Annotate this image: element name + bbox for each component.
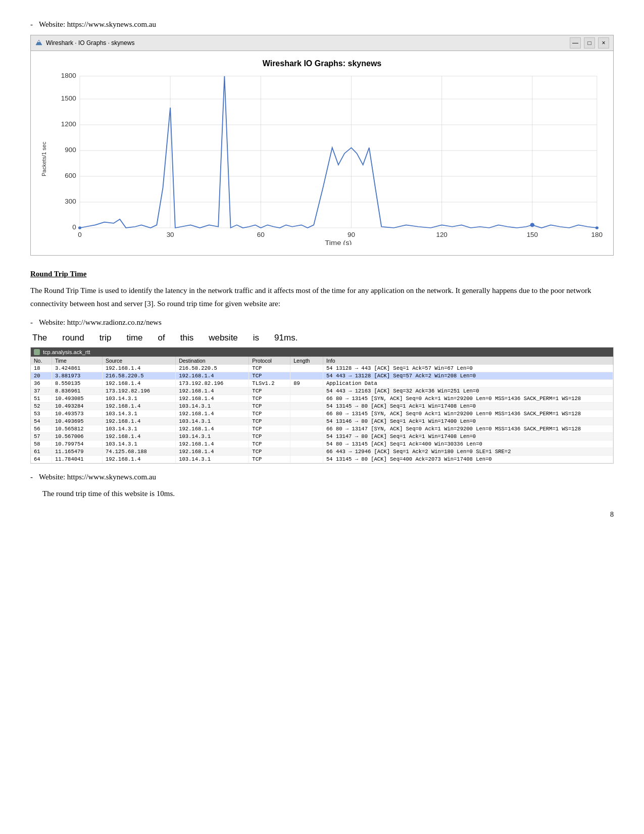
table-icon bbox=[34, 349, 40, 355]
table-row: 5110.493085103.14.3.1192.168.1.4TCP66 80… bbox=[31, 395, 613, 403]
table-cell: 52 bbox=[31, 403, 52, 410]
table-cell: 192.168.1.4 bbox=[102, 456, 175, 463]
table-row: 5410.493695192.168.1.4103.14.3.1TCP54 13… bbox=[31, 418, 613, 425]
table-cell: 3.424861 bbox=[52, 365, 102, 372]
table-cell: 66 80 → 13145 [SYN, ACK] Seq=0 Ack=1 Win… bbox=[323, 395, 613, 403]
table-cell: 103.14.3.1 bbox=[102, 395, 175, 403]
svg-text:0: 0 bbox=[78, 231, 81, 238]
col-time: time bbox=[126, 333, 142, 343]
col-header-source: Source bbox=[102, 357, 175, 365]
table-cell: 10.799754 bbox=[52, 440, 102, 448]
svg-text:Time (s): Time (s) bbox=[325, 238, 352, 245]
table-cell: 103.14.3.1 bbox=[176, 418, 249, 425]
svg-text:180: 180 bbox=[591, 231, 603, 238]
table-cell: 10.567006 bbox=[52, 433, 102, 440]
table-cell bbox=[290, 395, 323, 403]
table-row-header: The round trip time of this website is 9… bbox=[30, 333, 614, 343]
table-cell: TCP bbox=[249, 456, 290, 463]
table-cell: 54 13147 → 80 [ACK] Seq=1 Ack=1 Win=1740… bbox=[323, 433, 613, 440]
table-cell: 8.550135 bbox=[52, 380, 102, 387]
table-row: 183.424861192.168.1.4216.58.220.5TCP54 1… bbox=[31, 365, 613, 372]
close-button[interactable]: × bbox=[598, 37, 609, 48]
wireshark-icon bbox=[35, 39, 43, 47]
col-header-info: Info bbox=[323, 357, 613, 365]
table-cell: 103.14.3.1 bbox=[176, 433, 249, 440]
svg-text:90: 90 bbox=[348, 231, 355, 238]
table-cell: 54 13128 → 443 [ACK] Seq=1 Ack=57 Win=67… bbox=[323, 365, 613, 372]
table-cell: 103.14.3.1 bbox=[176, 403, 249, 410]
table-cell: 18 bbox=[31, 365, 52, 372]
table-cell: 192.168.1.4 bbox=[102, 380, 175, 387]
col-the: The bbox=[32, 333, 47, 343]
table-header-row: No. Time Source Destination Protocol Len… bbox=[31, 357, 613, 365]
table-cell: 74.125.68.188 bbox=[102, 448, 175, 456]
table-cell bbox=[290, 433, 323, 440]
table-cell: 53 bbox=[31, 410, 52, 418]
table-cell: 58 bbox=[31, 440, 52, 448]
table-cell: TCP bbox=[249, 365, 290, 372]
chart-container: Wireshark IO Graphs: skynews Packets/1 s… bbox=[31, 51, 613, 255]
table-cell: 216.58.220.5 bbox=[176, 365, 249, 372]
section-heading: Round Trip Time bbox=[30, 270, 614, 278]
table-cell: 10.493284 bbox=[52, 403, 102, 410]
table-cell bbox=[290, 403, 323, 410]
packet-table: No. Time Source Destination Protocol Len… bbox=[31, 357, 613, 463]
table-cell: 54 80 → 13145 [ACK] Seq=1 Ack=400 Win=30… bbox=[323, 440, 613, 448]
minimize-button[interactable]: — bbox=[570, 37, 581, 48]
bottom-bullet: - Website: https://www.skynews.com.au bbox=[30, 473, 614, 481]
table-cell: 173.192.82.196 bbox=[176, 380, 249, 387]
table-cell: TLSv1.2 bbox=[249, 380, 290, 387]
table-cell: 54 443 → 12163 [ACK] Seq=32 Ack=36 Win=2… bbox=[323, 387, 613, 395]
table-row: 5610.565812103.14.3.1192.168.1.4TCP66 80… bbox=[31, 425, 613, 433]
table-cell: 20 bbox=[31, 372, 52, 380]
table-cell: 3.881973 bbox=[52, 372, 102, 380]
table-cell bbox=[290, 418, 323, 425]
col-header-time: Time bbox=[52, 357, 102, 365]
table-cell bbox=[290, 448, 323, 456]
svg-text:900: 900 bbox=[65, 146, 76, 154]
maximize-button[interactable]: □ bbox=[584, 37, 595, 48]
chart-area: Packets/1 sec bbox=[41, 73, 603, 245]
table-cell: 10.493695 bbox=[52, 418, 102, 425]
col-website: website bbox=[209, 333, 238, 343]
col-header-destination: Destination bbox=[176, 357, 249, 365]
bottom-dash: - bbox=[30, 473, 33, 481]
table-cell: 54 13145 → 80 [ACK] Seq=1 Ack=1 Win=1740… bbox=[323, 403, 613, 410]
table-cell: 192.168.1.4 bbox=[176, 372, 249, 380]
y-axis-label: Packets/1 sec bbox=[41, 73, 47, 245]
table-cell: 51 bbox=[31, 395, 52, 403]
table-cell: Application Data bbox=[323, 380, 613, 387]
table-cell: 11.784041 bbox=[52, 456, 102, 463]
table-cell bbox=[290, 387, 323, 395]
svg-text:0: 0 bbox=[72, 224, 76, 231]
svg-text:120: 120 bbox=[436, 231, 447, 238]
svg-text:150: 150 bbox=[527, 231, 538, 238]
table-cell: TCP bbox=[249, 418, 290, 425]
table-cell: 11.165479 bbox=[52, 448, 102, 456]
table-cell: 10.565812 bbox=[52, 425, 102, 433]
table-cell: 66 443 → 12946 [ACK] Seq=1 Ack=2 Win=180… bbox=[323, 448, 613, 456]
chart-title: Wireshark IO Graphs: skynews bbox=[41, 59, 603, 68]
wireshark-window: Wireshark · IO Graphs · skynews — □ × Wi… bbox=[30, 35, 614, 256]
table-cell: 192.168.1.4 bbox=[102, 433, 175, 440]
table-cell: 36 bbox=[31, 380, 52, 387]
table-cell bbox=[290, 425, 323, 433]
chart-inner: 0 300 600 900 1200 1500 1800 0 30 60 90 … bbox=[49, 73, 603, 245]
table-cell: TCP bbox=[249, 403, 290, 410]
table-cell: 10.493085 bbox=[52, 395, 102, 403]
svg-text:300: 300 bbox=[65, 198, 76, 205]
table-cell: 57 bbox=[31, 433, 52, 440]
table-cell bbox=[290, 410, 323, 418]
wireshark-titlebar: Wireshark · IO Graphs · skynews — □ × bbox=[31, 35, 613, 51]
bullet-dash: - bbox=[30, 20, 33, 29]
chart-svg: 0 300 600 900 1200 1500 1800 0 30 60 90 … bbox=[49, 73, 603, 245]
col-header-protocol: Protocol bbox=[249, 357, 290, 365]
table-cell bbox=[290, 365, 323, 372]
table-cell: 192.168.1.4 bbox=[176, 410, 249, 418]
table-cell: 103.14.3.1 bbox=[176, 456, 249, 463]
svg-text:60: 60 bbox=[257, 231, 265, 238]
packet-table-name: tcp.analysis.ack_rtt bbox=[43, 349, 90, 355]
titlebar-left: Wireshark · IO Graphs · skynews bbox=[35, 39, 134, 47]
packet-table-title: tcp.analysis.ack_rtt bbox=[31, 348, 613, 357]
table-cell: TCP bbox=[249, 372, 290, 380]
